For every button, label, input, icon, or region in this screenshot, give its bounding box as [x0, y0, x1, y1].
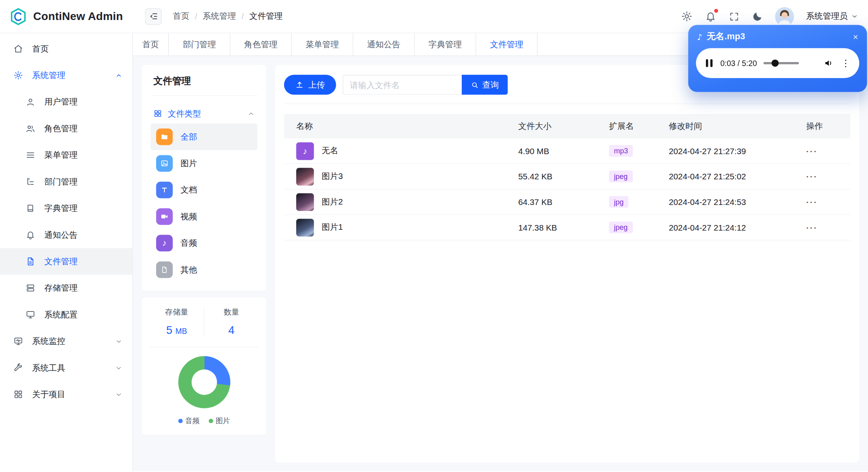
legend-item-image: 图片: [208, 416, 230, 426]
user-avatar[interactable]: [775, 7, 794, 26]
row-actions-button[interactable]: ···: [806, 197, 818, 207]
search-input[interactable]: [343, 75, 461, 95]
type-item-other[interactable]: 其他: [150, 257, 257, 283]
sidebar-item-label: 用户管理: [44, 96, 78, 107]
tab-menu-mgmt[interactable]: 菜单管理: [292, 33, 353, 55]
file-size: 64.37 KB: [518, 197, 609, 207]
storage-unit: MB: [175, 327, 187, 335]
table-row[interactable]: 图片1 147.38 KB jpeg 2024-04-27 21:24:12 ·…: [284, 215, 850, 241]
query-button[interactable]: 查询: [462, 75, 508, 95]
seek-slider-thumb[interactable]: [771, 60, 778, 67]
sidebar-group-system-mgmt[interactable]: 系统管理: [0, 62, 132, 88]
sidebar-item-dept-mgmt[interactable]: 部门管理: [0, 169, 132, 195]
breadcrumb-item[interactable]: 首页: [173, 11, 190, 22]
type-item-image[interactable]: 图片: [150, 150, 257, 177]
table-row[interactable]: 图片2 64.37 KB jpg 2024-04-27 21:24:53 ···: [284, 189, 850, 215]
sidebar-group-system-tools[interactable]: 系统工具: [0, 354, 132, 381]
type-item-document[interactable]: 文档: [150, 177, 257, 203]
sidebar-item-label: 系统配置: [44, 309, 78, 320]
storage-stats-panel: 存储量 5 MB 数量 4: [142, 297, 266, 435]
type-label: 文档: [180, 185, 197, 195]
breadcrumb-item[interactable]: 系统管理: [203, 11, 236, 22]
user-menu[interactable]: 系统管理员: [806, 11, 858, 22]
sidebar-item-system-config[interactable]: 系统配置: [0, 301, 132, 328]
image-thumbnail: [296, 168, 314, 185]
legend-label: 音频: [185, 416, 200, 426]
tree-icon: [26, 177, 36, 187]
chart-legend: 音频 图片: [150, 416, 259, 426]
type-label: 音频: [180, 238, 197, 248]
file-name: 图片1: [322, 222, 343, 233]
sidebar-collapse-button[interactable]: [145, 8, 162, 25]
row-actions-button[interactable]: ···: [806, 146, 818, 156]
count-stat: 数量 4: [204, 307, 259, 337]
tab-dept-mgmt[interactable]: 部门管理: [169, 33, 231, 55]
tab-notice[interactable]: 通知公告: [353, 33, 415, 55]
sidebar-item-label: 首页: [32, 44, 49, 54]
ext-tag: jpeg: [609, 221, 633, 233]
sidebar-group-system-monitor[interactable]: 系统监控: [0, 328, 132, 354]
table-row[interactable]: 图片3 55.42 KB jpeg 2024-04-27 21:25:02 ··…: [284, 164, 850, 190]
sidebar-item-notice[interactable]: 通知公告: [0, 221, 132, 248]
app-window: ContiNew Admin 首页 / 系统管理 / 文件管理: [0, 0, 868, 472]
sidebar-group-about[interactable]: 关于项目: [0, 381, 132, 408]
chevron-up-icon: [115, 72, 122, 79]
playback-time: 0:03 / 5:20: [720, 59, 757, 68]
video-icon: [156, 208, 173, 225]
sidebar-item-dict-mgmt[interactable]: 字典管理: [0, 195, 132, 221]
sidebar-item-storage-mgmt[interactable]: 存储管理: [0, 275, 132, 301]
tab-dict-mgmt[interactable]: 字典管理: [415, 33, 476, 55]
divider: [284, 104, 850, 104]
tab-home[interactable]: 首页: [133, 33, 169, 55]
row-actions-button[interactable]: ···: [806, 223, 818, 232]
sidebar-item-role-mgmt[interactable]: 角色管理: [0, 115, 132, 142]
topbar-actions: 系统管理员: [681, 7, 868, 26]
type-item-audio[interactable]: ♪ 音频: [150, 230, 257, 256]
kebab-menu-icon[interactable]: ⋮: [841, 58, 851, 68]
fullscreen-button[interactable]: [729, 11, 740, 22]
sidebar-item-home[interactable]: 首页: [0, 36, 132, 62]
col-header-size: 文件大小: [518, 121, 609, 131]
pause-button[interactable]: [705, 57, 714, 69]
settings-button[interactable]: [681, 10, 693, 22]
tab-file-mgmt[interactable]: 文件管理: [476, 33, 538, 55]
type-item-video[interactable]: 视频: [150, 203, 257, 230]
users-icon: [26, 124, 36, 134]
seek-slider[interactable]: [764, 62, 799, 64]
file-generic-icon: [156, 261, 173, 278]
tab-role-mgmt[interactable]: 角色管理: [231, 33, 292, 55]
sidebar-group-label: 系统管理: [32, 70, 65, 80]
volume-button[interactable]: [823, 58, 834, 69]
bell-icon: [26, 230, 36, 240]
modified-time: 2024-04-27 21:27:39: [669, 146, 806, 156]
notifications-button[interactable]: [705, 10, 716, 22]
sidebar-item-file-mgmt[interactable]: 文件管理: [0, 248, 132, 275]
file-type-group-label: 文件类型: [168, 108, 201, 119]
file-type-group-toggle[interactable]: 文件类型: [150, 104, 257, 124]
image-thumbnail: [296, 193, 314, 211]
player-close-button[interactable]: ×: [853, 32, 858, 41]
speaker-icon: [823, 58, 834, 69]
search-icon: [471, 80, 479, 89]
table-row[interactable]: ♪ 无名 4.90 MB mp3 2024-04-27 21:27:39 ···: [284, 139, 850, 164]
monitor-pulse-icon: [13, 336, 23, 346]
breadcrumb-item-current: 文件管理: [249, 11, 283, 22]
sidebar-item-label: 存储管理: [44, 283, 78, 293]
audio-player: ♪ 无名.mp3 × 0:03 / 5:20 ⋮: [688, 25, 867, 92]
sidebar-item-user-mgmt[interactable]: 用户管理: [0, 88, 132, 115]
wrench-icon: [13, 363, 23, 373]
sidebar-group-label: 关于项目: [32, 389, 65, 400]
row-actions-button[interactable]: ···: [806, 172, 818, 181]
player-track-title: 无名.mp3: [707, 31, 745, 42]
ext-tag: jpeg: [609, 171, 633, 182]
sidebar-item-menu-mgmt[interactable]: 菜单管理: [0, 142, 132, 168]
app-title: ContiNew Admin: [33, 10, 123, 23]
file-type-donut-chart: [178, 356, 230, 408]
menu-fold-icon: [148, 12, 158, 21]
image-icon: [156, 155, 173, 172]
type-item-all[interactable]: 全部: [150, 124, 257, 150]
dark-mode-button[interactable]: [752, 11, 763, 22]
type-label: 视频: [180, 211, 197, 222]
grid-small-icon: [153, 109, 162, 118]
upload-button[interactable]: 上传: [284, 75, 336, 95]
